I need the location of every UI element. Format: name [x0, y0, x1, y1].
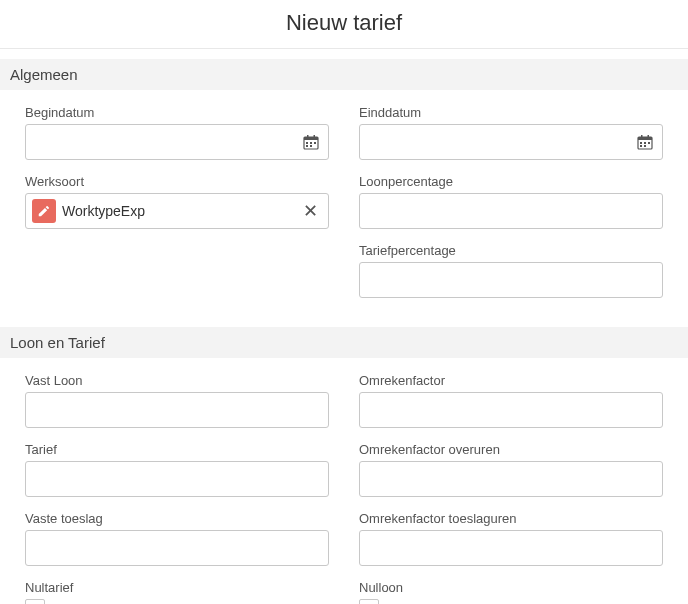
- tarief-input[interactable]: [25, 461, 329, 497]
- begindatum-input[interactable]: [25, 124, 329, 160]
- omrekenfactor-label: Omrekenfactor: [359, 373, 663, 388]
- loonpercentage-label: Loonpercentage: [359, 174, 663, 189]
- omrekenfactor-input[interactable]: [359, 392, 663, 428]
- loonpercentage-input[interactable]: [359, 193, 663, 229]
- omrekenfactor-overuren-input[interactable]: [359, 461, 663, 497]
- clear-icon[interactable]: ✕: [299, 202, 322, 220]
- begindatum-label: Begindatum: [25, 105, 329, 120]
- nultarief-checkbox[interactable]: [25, 599, 45, 604]
- einddatum-label: Einddatum: [359, 105, 663, 120]
- pencil-icon: [32, 199, 56, 223]
- vastloon-input[interactable]: [25, 392, 329, 428]
- werksoort-input[interactable]: WorktypeExp ✕: [25, 193, 329, 229]
- tarief-label: Tarief: [25, 442, 329, 457]
- section-header-algemeen: Algemeen: [0, 59, 688, 90]
- einddatum-input[interactable]: [359, 124, 663, 160]
- nultarief-label: Nultarief: [25, 580, 329, 595]
- tariefpercentage-label: Tariefpercentage: [359, 243, 663, 258]
- vastloon-label: Vast Loon: [25, 373, 329, 388]
- omrekenfactor-overuren-label: Omrekenfactor overuren: [359, 442, 663, 457]
- vaste-toeslag-label: Vaste toeslag: [25, 511, 329, 526]
- nulloon-label: Nulloon: [359, 580, 663, 595]
- nulloon-checkbox[interactable]: [359, 599, 379, 604]
- omrekenfactor-toeslaguren-label: Omrekenfactor toeslaguren: [359, 511, 663, 526]
- vaste-toeslag-input[interactable]: [25, 530, 329, 566]
- omrekenfactor-toeslaguren-input[interactable]: [359, 530, 663, 566]
- werksoort-value: WorktypeExp: [62, 203, 293, 219]
- page-title: Nieuw tarief: [0, 0, 688, 49]
- tariefpercentage-input[interactable]: [359, 262, 663, 298]
- werksoort-label: Werksoort: [25, 174, 329, 189]
- section-header-loon-tarief: Loon en Tarief: [0, 327, 688, 358]
